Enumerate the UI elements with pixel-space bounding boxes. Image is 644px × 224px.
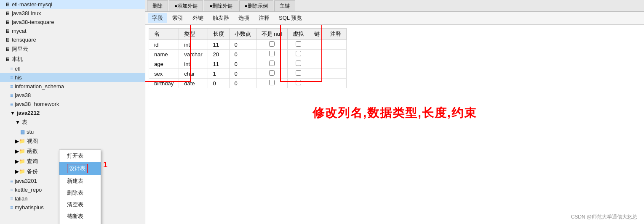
cell-type: char	[179, 69, 208, 79]
context-menu-item-删除表[interactable]: 删除表	[59, 187, 101, 199]
server-icon: 🖥	[5, 28, 10, 34]
sidebar-item-views-group[interactable]: ▶📁视图	[0, 136, 145, 146]
tab-●添加外键[interactable]: ●添加外键	[169, 0, 203, 11]
col-header-name: 名	[149, 29, 179, 40]
sidebar-item-etl-master-mysql[interactable]: 🖥etl-master-mysql	[0, 0, 145, 9]
tab-主键[interactable]: 主键	[274, 0, 295, 11]
col-header-comment: 注释	[325, 29, 347, 40]
cell-notnull[interactable]	[256, 59, 288, 69]
sidebar-label-java2212: java2212	[17, 110, 40, 116]
context-menu-item-截断表[interactable]: 截断表	[59, 211, 101, 222]
cell-length: 11	[208, 59, 229, 69]
context-menu-item-打开表[interactable]: 打开表	[59, 150, 101, 162]
col-header-type: 类型	[179, 29, 208, 40]
cell-type: varchar	[179, 50, 208, 59]
sidebar-item-his[interactable]: ≡his	[0, 73, 145, 82]
db-icon: ≡	[10, 92, 13, 98]
sidebar-item-java38[interactable]: ≡java38	[0, 91, 145, 100]
cell-key	[309, 79, 325, 88]
table-row[interactable]: namevarchar200	[149, 50, 347, 59]
context-menu-item-清空表[interactable]: 清空表	[59, 199, 101, 211]
db-icon: ≡	[10, 101, 13, 107]
cell-virtual[interactable]	[288, 69, 309, 79]
sidebar-item-tensquare[interactable]: 🖥tensquare	[0, 35, 145, 44]
col-header-notnull: 不是 null	[256, 29, 288, 40]
cell-key	[309, 40, 325, 50]
sidebar-item-local[interactable]: 🖥本机	[0, 54, 145, 64]
sidebar-label-etl: etl	[15, 66, 21, 72]
sidebar-label-kettle_repo: kettle_repo	[15, 187, 42, 193]
sidebar-label-java38-tensquare: java38-tensquare	[12, 19, 54, 25]
sidebar: 🖥etl-master-mysql🖥java38Linux🖥java38-ten…	[0, 0, 145, 224]
table-row[interactable]: birthdaydate00	[149, 79, 347, 88]
sidebar-label-queries-group: 查询	[27, 158, 38, 165]
cell-notnull[interactable]	[256, 69, 288, 79]
sidebar-item-aliyun[interactable]: 🖥阿里云	[0, 44, 145, 54]
server-icon: 🖥	[5, 46, 10, 52]
sidebar-item-etl[interactable]: ≡etl	[0, 64, 145, 73]
cell-key	[309, 50, 325, 59]
col-header-decimal: 小数点	[229, 29, 256, 40]
tab-删除[interactable]: 删除	[147, 0, 168, 11]
cell-key	[309, 69, 325, 79]
cell-virtual[interactable]	[288, 59, 309, 69]
cell-comment	[325, 59, 347, 69]
toolbar-btn-索引[interactable]: 索引	[168, 13, 187, 23]
data-table: 名类型长度小数点不是 null虚拟键注释 idint110namevarchar…	[149, 28, 347, 88]
sidebar-item-java38Linux[interactable]: 🖥java38Linux	[0, 9, 145, 18]
cell-length: 11	[208, 40, 229, 50]
toolbar-btn-注释[interactable]: 注释	[254, 13, 274, 23]
folder-icon: ▼	[15, 119, 20, 125]
table-row[interactable]: sexchar10	[149, 69, 347, 79]
db-icon: ≡	[10, 196, 13, 202]
cell-notnull[interactable]	[256, 50, 288, 59]
tab-●删除外键[interactable]: ●删除外键	[204, 0, 238, 11]
table-row[interactable]: ageint110	[149, 59, 347, 69]
toolbar-btn-外键[interactable]: 外键	[188, 13, 208, 23]
cell-notnull[interactable]	[256, 40, 288, 50]
sidebar-label-etl-master-mysql: etl-master-mysql	[12, 1, 52, 8]
cell-type: date	[179, 79, 208, 88]
cell-name: sex	[149, 69, 179, 79]
col-header-virtual: 虚拟	[288, 29, 309, 40]
cell-virtual[interactable]	[288, 79, 309, 88]
table-row[interactable]: idint110	[149, 40, 347, 50]
db-icon: ≡	[10, 66, 13, 72]
sidebar-label-information_schema: information_schema	[15, 83, 64, 90]
cell-notnull[interactable]	[256, 79, 288, 88]
cell-length: 1	[208, 69, 229, 79]
context-menu-item-设计表[interactable]: 设计表	[59, 162, 101, 175]
tab-●删除示例[interactable]: ●删除示例	[239, 0, 273, 11]
sidebar-label-local: 本机	[12, 55, 23, 63]
watermark: CSDN @师范大学通信大怒总	[571, 213, 637, 221]
sidebar-item-java2212[interactable]: ▼java2212	[0, 108, 145, 117]
toolbar-btn-字段[interactable]: 字段	[148, 13, 167, 23]
sidebar-item-mycat[interactable]: 🖥mycat	[0, 26, 145, 35]
server-icon: 🖥	[5, 11, 10, 16]
table-header: 名类型长度小数点不是 null虚拟键注释	[149, 29, 347, 40]
sidebar-item-tables-group[interactable]: ▼表	[0, 117, 145, 127]
cell-length: 0	[208, 79, 229, 88]
cell-name: id	[149, 40, 179, 50]
context-menu-item-新建表[interactable]: 新建表	[59, 175, 101, 187]
sidebar-label-aliyun: 阿里云	[12, 45, 28, 53]
db-icon: ▼	[10, 110, 15, 116]
cell-name: age	[149, 59, 179, 69]
sidebar-item-information_schema[interactable]: ≡information_schema	[0, 82, 145, 91]
sidebar-label-tables-group: 表	[22, 119, 27, 126]
cell-type: int	[179, 59, 208, 69]
cell-decimal: 0	[229, 79, 256, 88]
sidebar-item-java38_homework[interactable]: ≡java38_homework	[0, 100, 145, 108]
context-menu-item-复制表[interactable]: 复制表	[59, 222, 101, 224]
cell-decimal: 0	[229, 40, 256, 50]
server-icon: 🖥	[5, 37, 10, 43]
toolbar-btn-选项[interactable]: 选项	[234, 13, 254, 23]
sidebar-item-java38-tensquare[interactable]: 🖥java38-tensquare	[0, 18, 145, 26]
sidebar-item-stu[interactable]: ▦stu	[0, 127, 145, 136]
cell-virtual[interactable]	[288, 40, 309, 50]
toolbar-btn-SQL 预览[interactable]: SQL 预览	[275, 13, 306, 23]
cell-virtual[interactable]	[288, 50, 309, 59]
table-area: 名类型长度小数点不是 null虚拟键注释 idint110namevarchar…	[145, 25, 644, 224]
sidebar-label-mycat: mycat	[12, 28, 27, 34]
toolbar-btn-触发器[interactable]: 触发器	[208, 13, 233, 23]
